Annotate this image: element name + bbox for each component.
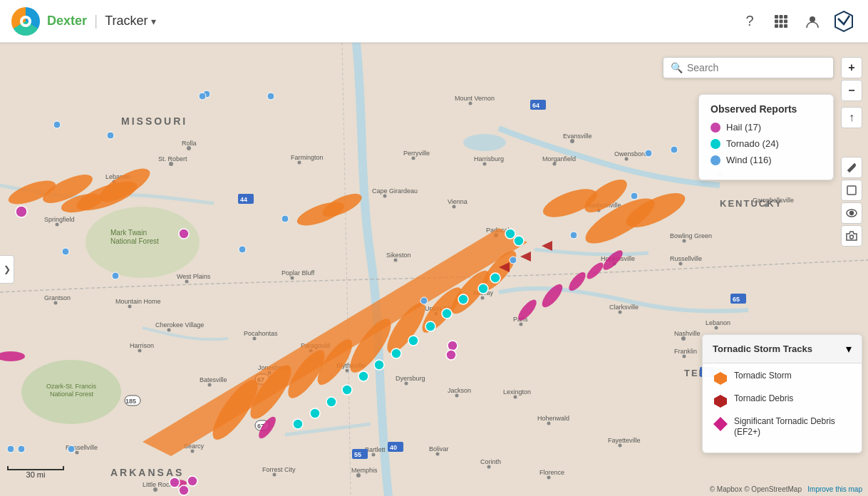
svg-rect-3 xyxy=(775,19,778,23)
svg-point-55 xyxy=(273,473,277,477)
svg-point-211 xyxy=(631,192,638,200)
svg-point-197 xyxy=(187,476,197,486)
search-input[interactable] xyxy=(687,62,826,73)
svg-rect-2 xyxy=(784,15,787,19)
svg-point-210 xyxy=(570,232,577,239)
svg-point-107 xyxy=(765,204,768,207)
svg-point-127 xyxy=(76,451,79,455)
wind-report-item: Wind (116) xyxy=(711,155,822,165)
svg-point-212 xyxy=(645,150,652,157)
svg-text:55: 55 xyxy=(354,451,361,458)
apps-button[interactable] xyxy=(768,9,794,34)
svg-point-187 xyxy=(374,360,384,370)
svg-point-123 xyxy=(253,337,257,341)
svg-point-33 xyxy=(167,329,171,332)
svg-text:Poplar Bluff: Poplar Bluff xyxy=(281,269,315,277)
svg-text:Memphis: Memphis xyxy=(351,467,378,474)
svg-text:Mount Vernon: Mount Vernon xyxy=(455,95,495,102)
svg-rect-5 xyxy=(784,19,787,23)
svg-rect-227 xyxy=(847,186,856,195)
svg-text:Florence: Florence xyxy=(539,469,564,476)
svg-rect-6 xyxy=(775,24,778,28)
tracker-dropdown-icon[interactable]: ▾ xyxy=(151,16,156,27)
svg-point-192 xyxy=(293,419,303,429)
tornadic-debris-label: Tornadic Debris xyxy=(734,393,793,405)
svg-text:Little Rock: Little Rock xyxy=(143,481,173,488)
svg-point-203 xyxy=(267,93,274,100)
svg-point-213 xyxy=(671,146,678,153)
tornadic-expand-icon: ▾ xyxy=(846,342,852,356)
camera-button[interactable] xyxy=(841,225,862,247)
svg-point-200 xyxy=(53,121,61,128)
svg-text:Farmington: Farmington xyxy=(291,154,324,161)
svg-text:Pocahontas: Pocahontas xyxy=(244,330,278,337)
svg-point-188 xyxy=(358,371,368,381)
compass-button[interactable]: ↑ xyxy=(841,107,862,128)
svg-point-51 xyxy=(191,450,195,453)
svg-text:Mark Twain: Mark Twain xyxy=(110,229,147,237)
svg-point-178 xyxy=(505,229,515,239)
pen-tool-button[interactable] xyxy=(841,157,862,178)
svg-text:Batesville: Batesville xyxy=(200,376,227,383)
svg-point-109 xyxy=(469,102,472,105)
svg-point-189 xyxy=(342,385,352,395)
svg-point-191 xyxy=(310,408,320,418)
svg-marker-231 xyxy=(714,372,727,385)
svg-point-207 xyxy=(239,246,246,253)
svg-point-205 xyxy=(112,272,119,279)
account-button[interactable] xyxy=(800,9,825,34)
svg-text:Hohenwald: Hohenwald xyxy=(537,415,569,422)
tornado-dot xyxy=(711,139,720,149)
svg-text:St. Robert: St. Robert xyxy=(158,155,187,162)
svg-marker-233 xyxy=(713,417,728,431)
tornadic-storm-item: Tornadic Storm xyxy=(713,371,852,386)
sidebar-toggle-button[interactable]: ❯ xyxy=(0,255,14,284)
svg-text:Morganfield: Morganfield xyxy=(542,155,576,162)
svg-point-201 xyxy=(107,132,114,139)
svg-text:National Forest: National Forest xyxy=(50,391,94,398)
help-button[interactable]: ? xyxy=(737,9,763,34)
scale-bar: 30 mi xyxy=(7,466,64,479)
header-icons: ? xyxy=(737,9,857,34)
svg-point-83 xyxy=(683,239,686,243)
svg-text:Fayetteville: Fayetteville xyxy=(608,437,641,444)
svg-point-216 xyxy=(7,445,14,453)
improve-map-link[interactable]: Improve this map xyxy=(807,485,862,493)
zoom-in-button[interactable]: + xyxy=(841,57,862,78)
svg-text:MISSOURI: MISSOURI xyxy=(121,115,187,127)
svg-marker-232 xyxy=(714,395,727,408)
svg-text:Lebanon: Lebanon xyxy=(706,319,730,326)
svg-point-119 xyxy=(412,157,415,160)
tornadic-panel-header[interactable]: Tornadic Storm Tracks ▾ xyxy=(703,335,862,363)
app-logo xyxy=(11,7,40,36)
tornadic-panel-title: Tornadic Storm Tracks xyxy=(713,343,812,354)
eye-button[interactable] xyxy=(841,202,862,224)
tornadic-panel-body: Tornadic Storm Tornadic Debris Signi xyxy=(703,363,862,453)
rectangle-tool-button[interactable] xyxy=(841,180,862,201)
zoom-out-button[interactable]: − xyxy=(841,80,862,101)
wind-label: Wind (116) xyxy=(726,155,772,165)
search-icon: 🔍 xyxy=(671,62,683,73)
svg-point-217 xyxy=(18,445,25,453)
svg-point-185 xyxy=(408,336,418,346)
svg-point-85 xyxy=(679,262,683,266)
svg-point-198 xyxy=(448,341,458,351)
svg-point-49 xyxy=(208,383,212,387)
map-attribution: © Mapbox © OpenStreetMap Improve this ma… xyxy=(710,485,862,493)
attribution-text: © Mapbox © OpenStreetMap xyxy=(710,485,802,493)
svg-point-97 xyxy=(514,396,517,399)
svg-point-113 xyxy=(453,205,456,209)
app-name: Dexter xyxy=(47,14,87,29)
svg-point-182 xyxy=(458,294,468,304)
atro-logo xyxy=(831,9,857,34)
svg-point-180 xyxy=(490,273,500,283)
svg-text:Grantson: Grantson xyxy=(44,294,71,301)
svg-point-230 xyxy=(850,235,854,239)
map-container[interactable]: Mark Twain National Forest Ozark-St. Fra… xyxy=(0,43,868,496)
svg-point-194 xyxy=(179,229,189,239)
svg-point-31 xyxy=(128,305,132,309)
svg-text:Mountain Home: Mountain Home xyxy=(115,298,161,305)
svg-text:Bartlett: Bartlett xyxy=(365,446,386,453)
svg-text:Corinth: Corinth xyxy=(480,458,501,465)
svg-text:Bowling Green: Bowling Green xyxy=(670,232,712,239)
